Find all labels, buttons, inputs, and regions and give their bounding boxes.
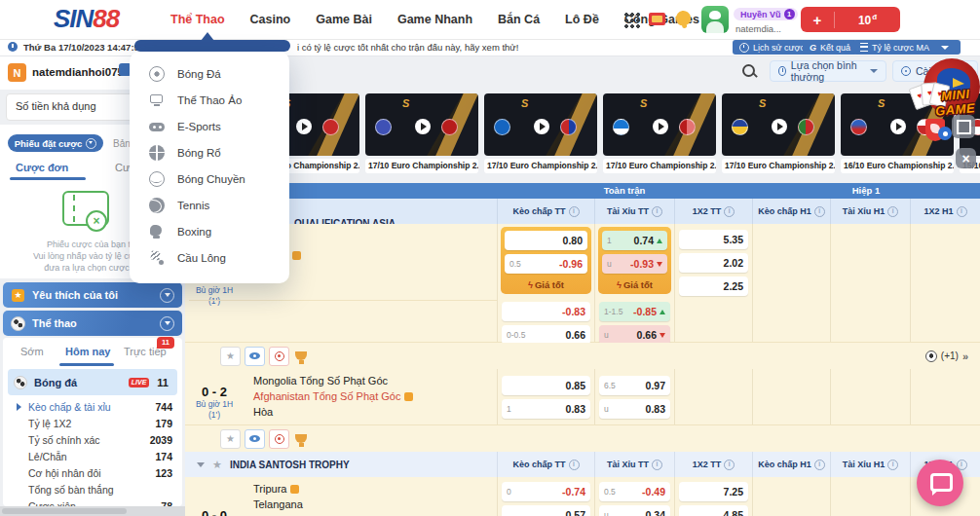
menu-item-badminton[interactable]: Cầu Lông — [130, 244, 289, 271]
collapse-chevron-icon[interactable] — [197, 462, 205, 467]
promo-envelope-icon[interactable] — [649, 13, 665, 25]
odds-button[interactable]: 6.50.97 — [599, 376, 670, 395]
favorite-star-icon[interactable] — [220, 429, 241, 449]
tab-single-bet[interactable]: Cược đơn — [16, 162, 68, 173]
market-item-total-goals[interactable]: Tổng số bàn thắng — [3, 481, 182, 498]
results-button[interactable]: GKết quả — [803, 40, 857, 55]
brand-logo[interactable]: SIN88 — [54, 4, 119, 34]
video-banner-card[interactable]: S 17/10 Euro Championship 2... — [365, 93, 478, 175]
market-item-handicap[interactable]: Kèo chấp & tài xỉu744 — [3, 398, 182, 415]
favorite-star-icon[interactable] — [220, 347, 241, 366]
league-header-row[interactable]: QUALIFICATION ASIA Kèo chấp TT Tài Xỉu T… — [185, 199, 980, 224]
odds-button[interactable]: 0.80 — [505, 231, 587, 250]
trophy-cup-icon[interactable] — [295, 434, 307, 443]
odds-button[interactable]: 0.5-0.49 — [599, 482, 670, 501]
menu-item-virtual-sports[interactable]: Thể Thao Ảo — [130, 87, 289, 113]
live-chat-button[interactable] — [917, 460, 963, 506]
info-icon[interactable] — [957, 206, 967, 217]
bet-slip-tab[interactable]: Phiếu đặt cược — [8, 134, 103, 152]
apps-grid-icon[interactable] — [623, 12, 640, 28]
info-icon[interactable] — [887, 206, 898, 217]
menu-item-football[interactable]: Bóng Đá — [130, 60, 289, 87]
info-icon[interactable] — [887, 460, 898, 470]
avatar[interactable] — [701, 6, 729, 33]
teams-cell[interactable]: Tripura Telangana — [244, 477, 497, 516]
odds-button[interactable]: 7.25 — [679, 482, 748, 501]
odds-button[interactable]: 0-0.50.66 — [502, 325, 590, 345]
info-icon[interactable] — [724, 460, 735, 470]
sports-header[interactable]: Thể thao — [3, 311, 182, 336]
info-icon[interactable] — [652, 206, 662, 217]
odds-button[interactable]: 0.57 — [502, 505, 590, 516]
scrollbar-thumb[interactable] — [2, 508, 127, 514]
expand-button[interactable] — [952, 115, 975, 138]
close-widget-button[interactable]: × — [956, 148, 976, 168]
time-filter-dropdown[interactable]: Lựa chọn bình thường — [770, 60, 886, 82]
odds-button[interactable]: 0-0.74 — [502, 482, 590, 501]
deposit-balance-button[interactable]: + 10đ — [801, 7, 900, 32]
menu-item-tennis[interactable]: Tennis — [130, 192, 289, 218]
mini-game-widget[interactable]: MINI GAME × — [906, 55, 980, 176]
more-markets-link[interactable]: (+1) » — [925, 350, 968, 362]
odds-type-dropdown[interactable]: Tỷ lệ cược MA — [853, 40, 961, 55]
video-banner-card[interactable]: S 17/10 Euro Championship 2... — [722, 93, 835, 175]
info-icon[interactable] — [724, 206, 735, 217]
odds-button[interactable]: 4.85 — [679, 505, 748, 516]
live-badge: LIVE — [129, 378, 150, 387]
user-initial-avatar[interactable]: N — [8, 63, 26, 82]
odds-button[interactable]: 5.35 — [679, 230, 748, 249]
sidebar-item-football[interactable]: Bóng đá LIVE 11 — [8, 369, 177, 395]
nav-the-thao[interactable]: Thể Thao — [170, 13, 225, 26]
trophy-cup-icon[interactable] — [295, 351, 307, 360]
stats-target-icon[interactable] — [269, 347, 289, 366]
favorites-header[interactable]: ★ Yêu thích của tôi — [3, 282, 182, 308]
search-icon[interactable] — [742, 64, 757, 79]
collapse-chevron-icon[interactable] — [160, 288, 174, 303]
bet-history-button[interactable]: Lịch sử cược — [733, 40, 811, 55]
odds-button[interactable]: 10.74 — [602, 231, 667, 250]
tab-today[interactable]: Hôm nay — [65, 346, 110, 357]
menu-item-boxing[interactable]: Boxing — [130, 218, 289, 244]
user-level-badge[interactable]: Huyền Vũ1 — [734, 8, 798, 20]
teams-cell[interactable]: Mongolia Tổng Số Phạt Góc Afghanistan Tổ… — [244, 369, 497, 424]
video-banner-card[interactable]: S 17/10 Euro Championship 2... — [603, 93, 716, 175]
nav-game-nhanh[interactable]: Game Nhanh — [397, 13, 472, 26]
menu-item-esports[interactable]: E-Sports — [130, 113, 289, 139]
odds-button[interactable]: 2.25 — [679, 276, 748, 296]
menu-item-volleyball[interactable]: Bóng Chuyền — [130, 166, 289, 192]
menu-item-basketball[interactable]: Bóng Rổ — [130, 139, 289, 166]
market-item-double-chance[interactable]: Cơ hội nhân đôi123 — [3, 464, 182, 481]
league-star-icon[interactable]: ★ — [212, 459, 222, 471]
odds-button[interactable]: u0.83 — [599, 399, 670, 419]
odds-button[interactable]: 10.83 — [502, 399, 590, 419]
watch-eye-icon[interactable] — [245, 429, 265, 449]
nav-lo-de[interactable]: Lô Đề — [565, 13, 599, 26]
info-icon[interactable] — [569, 206, 580, 217]
watch-eye-icon[interactable] — [245, 347, 265, 366]
collapse-chevron-icon[interactable] — [160, 316, 174, 331]
odds-button[interactable]: u0.66 — [599, 325, 670, 345]
nav-ban-ca[interactable]: Bắn Cá — [498, 13, 540, 26]
tab-early[interactable]: Sớm — [20, 346, 44, 357]
nav-casino[interactable]: Casino — [250, 13, 291, 26]
odds-button[interactable]: 2.02 — [679, 253, 748, 273]
odds-button[interactable]: 0.5-0.96 — [505, 254, 587, 274]
info-icon[interactable] — [814, 206, 825, 217]
odds-button[interactable]: u0.34 — [599, 505, 670, 516]
info-icon[interactable] — [652, 460, 662, 470]
odds-button[interactable]: 1-1.5-0.85 — [599, 302, 670, 321]
info-icon[interactable] — [814, 460, 825, 470]
market-item-1x2[interactable]: Tỷ lệ 1X2179 — [3, 415, 182, 431]
odds-button[interactable]: u-0.93 — [602, 254, 667, 274]
nav-game-bai[interactable]: Game Bài — [316, 13, 372, 26]
stats-target-icon[interactable] — [269, 429, 289, 449]
market-item-odd-even[interactable]: Lẻ/Chẵn174 — [3, 448, 182, 464]
info-icon[interactable] — [569, 460, 580, 470]
market-item-correct-score[interactable]: Tỷ số chính xác2039 — [3, 431, 182, 448]
sidebar-scrollbar — [0, 506, 185, 516]
league-header-row[interactable]: ★ INDIA SANTOSH TROPHY Kèo chấp TT Tài X… — [185, 452, 980, 477]
plus-icon[interactable]: + — [801, 12, 835, 28]
odds-button[interactable]: 0.85 — [502, 376, 590, 395]
odds-button[interactable]: -0.83 — [502, 302, 590, 321]
video-banner-card[interactable]: S 17/10 Euro Championship 2... — [484, 93, 597, 175]
